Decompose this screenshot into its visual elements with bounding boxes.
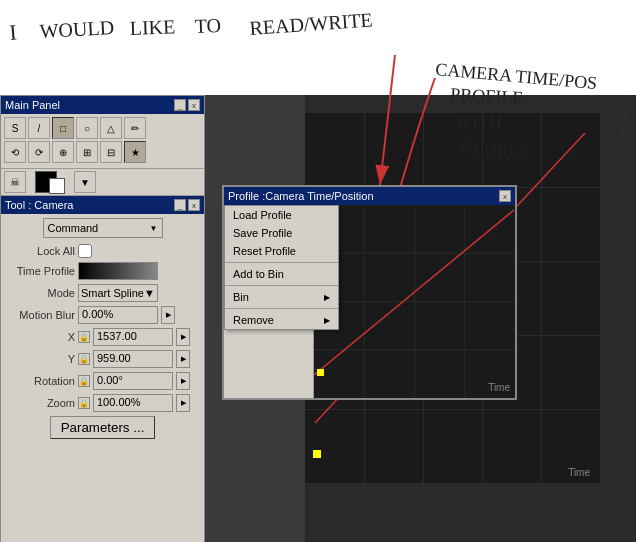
dialog-content: Bin ▼ Flip X Flip Y Delete Linear ▼ Load… [224, 205, 515, 398]
tool-pen[interactable]: ✏ [124, 117, 146, 139]
lock-all-label: Lock All [5, 245, 75, 257]
close-button[interactable]: x [188, 99, 200, 111]
main-panel: Main Panel _ x S / □ ○ △ ✏ ⟲ ⟳ ⊕ ⊞ ⊟ ★ ☠ [0, 95, 205, 542]
x-arrow[interactable]: ▶ [176, 328, 190, 346]
menu-add-to-bin[interactable]: Add to Bin [225, 265, 338, 283]
tool-camera-title: Tool : Camera [5, 199, 73, 211]
menu-divider-2 [225, 285, 338, 286]
zoom-input[interactable]: 100.00% [93, 394, 173, 412]
tool-grid1[interactable]: ⊞ [76, 141, 98, 163]
menu-remove[interactable]: Remove ▶ [225, 311, 338, 329]
y-lock-icon[interactable]: 🔒 [78, 353, 90, 365]
zoom-arrow[interactable]: ▶ [176, 394, 190, 412]
tool-grid2[interactable]: ⊟ [100, 141, 122, 163]
tool-rect[interactable]: □ [52, 117, 74, 139]
color-options-btn[interactable]: ▼ [74, 171, 96, 193]
x-lock-icon[interactable]: 🔒 [78, 331, 90, 343]
dialog-chart-area: Time [314, 205, 515, 398]
mode-arrow-icon: ▼ [144, 287, 155, 299]
tool-camera-minimize[interactable]: _ [174, 199, 186, 211]
menu-save-profile[interactable]: Save Profile [225, 224, 338, 242]
time-profile-row: Time Profile [5, 262, 200, 280]
motion-blur-input[interactable]: 0.00% [78, 306, 158, 324]
rotation-label: Rotation [5, 375, 75, 387]
zoom-row: Zoom 🔒 100.00% ▶ [5, 394, 200, 412]
rotation-row: Rotation 🔒 0.00° ▶ [5, 372, 200, 390]
motion-blur-arrow[interactable]: ▶ [161, 306, 175, 324]
mode-value: Smart Spline [81, 287, 144, 299]
menu-bin[interactable]: Bin ▶ [225, 288, 338, 306]
x-input[interactable]: 1537.00 [93, 328, 173, 346]
rotation-input[interactable]: 0.00° [93, 372, 173, 390]
svg-text:I: I [8, 19, 17, 45]
mode-select[interactable]: Smart Spline ▼ [78, 284, 158, 302]
titlebar-buttons: _ x [174, 99, 200, 111]
y-arrow[interactable]: ▶ [176, 350, 190, 368]
x-label: X [5, 331, 75, 343]
time-profile-bar[interactable] [78, 262, 158, 280]
toolbar-row-1: S / □ ○ △ ✏ [4, 117, 201, 139]
dialog-title: Profile :Camera Time/Position [228, 190, 374, 202]
svg-text:TO: TO [194, 14, 221, 37]
tool-zoom[interactable]: ⊕ [52, 141, 74, 163]
toolbar-area: S / □ ○ △ ✏ ⟲ ⟳ ⊕ ⊞ ⊟ ★ [1, 114, 204, 169]
x-row: X 🔒 1537.00 ▶ [5, 328, 200, 346]
command-arrow-icon: ▼ [150, 224, 158, 233]
tool-rotate2[interactable]: ⟳ [28, 141, 50, 163]
dialog-titlebar: Profile :Camera Time/Position x [224, 187, 515, 205]
minimize-button[interactable]: _ [174, 99, 186, 111]
y-input[interactable]: 959.00 [93, 350, 173, 368]
bin-submenu-icon: ▶ [324, 293, 330, 302]
menu-divider-1 [225, 262, 338, 263]
svg-text:WOULD: WOULD [39, 16, 114, 42]
menu-divider-3 [225, 308, 338, 309]
tool-camera-close[interactable]: x [188, 199, 200, 211]
svg-text:CAMERA TIME/POS: CAMERA TIME/POS [435, 59, 598, 93]
svg-text:LIKE: LIKE [129, 15, 175, 39]
profile-dialog: Profile :Camera Time/Position x Bin ▼ Fl… [222, 185, 517, 400]
context-menu: Load Profile Save Profile Reset Profile … [224, 205, 339, 330]
command-row: Command ▼ [5, 218, 200, 238]
y-label: Y [5, 353, 75, 365]
zoom-lock-icon[interactable]: 🔒 [78, 397, 90, 409]
time-profile-label: Time Profile [5, 265, 75, 277]
y-row: Y 🔒 959.00 ▶ [5, 350, 200, 368]
mode-label: Mode [5, 287, 75, 299]
svg-text:READ/WRITE: READ/WRITE [249, 8, 374, 39]
command-select-value: Command [48, 222, 99, 234]
tool-circle[interactable]: ○ [76, 117, 98, 139]
zoom-label: Zoom [5, 397, 75, 409]
color-swatch-white[interactable] [49, 178, 65, 194]
motion-blur-row: Motion Blur 0.00% ▶ [5, 306, 200, 324]
menu-load-profile[interactable]: Load Profile [225, 206, 338, 224]
dialog-yellow-marker [317, 369, 324, 376]
tool-select[interactable]: S [4, 117, 26, 139]
time-label: Time [568, 467, 590, 478]
rotation-arrow[interactable]: ▶ [176, 372, 190, 390]
menu-reset-profile[interactable]: Reset Profile [225, 242, 338, 260]
camera-controls: Command ▼ Lock All Time Profile Mode Sma… [1, 214, 204, 447]
skull-row: ☠ ▼ [1, 169, 204, 196]
dialog-close-button[interactable]: x [499, 190, 511, 202]
mode-row: Mode Smart Spline ▼ [5, 284, 200, 302]
main-panel-titlebar: Main Panel _ x [1, 96, 204, 114]
remove-submenu-icon: ▶ [324, 316, 330, 325]
parameters-button[interactable]: Parameters ... [50, 416, 156, 439]
yellow-marker [313, 450, 321, 458]
rotation-lock-icon[interactable]: 🔒 [78, 375, 90, 387]
dialog-chart-svg [314, 205, 515, 398]
tool-rotate1[interactable]: ⟲ [4, 141, 26, 163]
dialog-left-panel: Bin ▼ Flip X Flip Y Delete Linear ▼ Load… [224, 205, 314, 398]
tool-line[interactable]: / [28, 117, 50, 139]
tool-triangle[interactable]: △ [100, 117, 122, 139]
motion-blur-label: Motion Blur [5, 309, 75, 321]
lock-all-row: Lock All [5, 244, 200, 258]
dialog-time-label: Time [488, 382, 510, 393]
tool-star[interactable]: ★ [124, 141, 146, 163]
toolbar-row-2: ⟲ ⟳ ⊕ ⊞ ⊟ ★ [4, 141, 201, 163]
tool-camera-section: Tool : Camera _ x [1, 196, 204, 214]
skull-button[interactable]: ☠ [4, 171, 26, 193]
main-panel-title: Main Panel [5, 99, 60, 111]
command-select[interactable]: Command ▼ [43, 218, 163, 238]
lock-all-checkbox[interactable] [78, 244, 92, 258]
